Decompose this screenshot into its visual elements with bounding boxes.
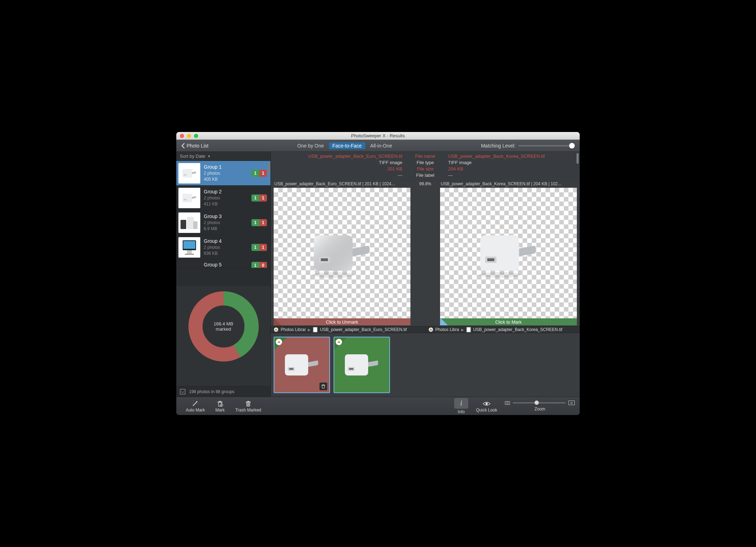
preview-row: USB_power_adapter_Back_Euro_SCREEN.tif |… — [271, 181, 580, 326]
svg-rect-1 — [182, 169, 192, 177]
left-preview[interactable]: Click to Unmark — [274, 188, 410, 325]
tab-all-in-one[interactable]: All-in-One — [366, 142, 396, 150]
svg-rect-15 — [180, 389, 185, 394]
group-row[interactable]: Group 42 photos936 KB11 — [176, 235, 270, 260]
breadcrumb-root: Photos Librar — [281, 327, 306, 332]
auto-mark-button[interactable]: Auto Mark — [181, 398, 209, 414]
keep-count-badge: 1 — [251, 170, 259, 177]
group-subtitle: 2 photos — [204, 245, 248, 250]
mark-button[interactable]: Mark — [209, 398, 231, 414]
matching-level-label: Matching Level: — [481, 143, 516, 149]
back-button[interactable]: Photo List — [181, 143, 208, 149]
photos-library-icon — [274, 327, 279, 332]
svg-point-52 — [486, 402, 488, 404]
group-size: 936 KB — [204, 251, 248, 256]
svg-point-30 — [276, 329, 278, 331]
info-button[interactable]: i — [454, 398, 468, 409]
group-thumbnail — [178, 163, 200, 184]
window-title: PhotoSweeper X - Results — [176, 133, 580, 138]
thumbnail-kept[interactable] — [334, 337, 390, 393]
zoom-in-icon[interactable] — [568, 401, 575, 405]
mark-count-badge: 1 — [259, 244, 267, 251]
group-row[interactable]: Group 22 photos411 KB11 — [176, 186, 270, 210]
keep-count-badge: 1 — [251, 262, 259, 268]
svg-point-38 — [278, 342, 279, 343]
mark-bar[interactable]: Click to Mark — [440, 318, 577, 325]
svg-point-29 — [275, 329, 276, 331]
file-metadata: USB_power_adapter_Back_Euro_SCREEN.tifTI… — [271, 152, 580, 181]
meta-right-value: 204 KB — [448, 166, 577, 172]
summary-panel: 166.4 MB marked — [176, 286, 270, 386]
scrollbar[interactable] — [268, 162, 270, 173]
svg-rect-41 — [285, 354, 308, 375]
group-row[interactable]: Group 510 — [176, 260, 270, 268]
group-title: Group 1 — [204, 164, 248, 170]
group-title: Group 5 — [204, 262, 248, 268]
svg-point-46 — [339, 342, 340, 343]
breadcrumb-file: USB_power_adapter_Back_Korea_SCREEN.tif — [473, 327, 562, 332]
svg-rect-7 — [187, 217, 194, 229]
zoom-control: Zoom — [505, 401, 575, 411]
app-window: PhotoSweeper X - Results Photo List One … — [176, 132, 580, 415]
meta-left-value: --- — [274, 172, 402, 179]
breadcrumb-right[interactable]: Photos Libra ▶ USB_power_adapter_Back_Ko… — [426, 327, 580, 332]
donut-caption: marked — [216, 326, 231, 332]
group-row[interactable]: Group 12 photos405 KB11 — [176, 161, 270, 186]
photos-badge-icon — [276, 339, 282, 345]
mark-count-badge: 1 — [259, 170, 267, 177]
chevron-right-icon: ▶ — [308, 328, 311, 332]
meta-label: File size — [406, 166, 445, 172]
quick-look-button[interactable]: Quick Look — [472, 398, 501, 414]
right-preview[interactable]: Click to Mark — [440, 188, 577, 325]
donut-value: 166.4 MB — [214, 321, 233, 326]
svg-rect-18 — [314, 235, 353, 271]
svg-rect-5 — [184, 199, 187, 200]
group-thumbnail — [178, 212, 200, 233]
donut-chart: 166.4 MB marked — [187, 289, 261, 363]
svg-rect-6 — [181, 220, 186, 229]
svg-rect-25 — [487, 258, 494, 261]
back-label: Photo List — [187, 143, 208, 149]
eye-icon — [483, 400, 490, 408]
mark-count-badge: 0 — [259, 262, 267, 268]
chevron-left-icon — [181, 143, 185, 149]
trash-marked-button[interactable]: Trash Marked — [231, 398, 266, 414]
wand-icon — [191, 400, 199, 408]
breadcrumb-root: Photos Libra — [435, 327, 459, 332]
left-caption: USB_power_adapter_Back_Euro_SCREEN.tif |… — [273, 181, 411, 187]
group-badges: 11 — [251, 244, 267, 251]
svg-rect-50 — [349, 368, 353, 370]
sort-dropdown[interactable]: Sort by Date ▼ — [176, 152, 270, 161]
photos-library-icon — [428, 327, 433, 332]
thumbnail-marked[interactable] — [274, 337, 330, 393]
matching-level-slider[interactable] — [518, 145, 575, 146]
tab-one-by-one[interactable]: One by One — [293, 142, 328, 150]
adapter-image — [473, 221, 544, 285]
titlebar: PhotoSweeper X - Results — [176, 132, 580, 140]
close-icon[interactable] — [180, 134, 184, 138]
trash-icon[interactable] — [319, 383, 327, 390]
group-thumbnail — [178, 188, 200, 208]
tab-face-to-face[interactable]: Face-to-Face — [329, 142, 365, 149]
minimize-icon[interactable] — [187, 134, 191, 138]
mark-count-badge: 1 — [259, 219, 267, 226]
group-subtitle: 2 photos — [204, 195, 248, 201]
toolbar: Photo List One by One Face-to-Face All-i… — [176, 140, 580, 152]
meta-left-value: TIFF image — [274, 160, 402, 166]
group-subtitle: 2 photos — [204, 170, 248, 176]
zoom-out-icon[interactable] — [505, 401, 510, 405]
meta-left-value: 201 KB — [274, 166, 402, 172]
group-list[interactable]: Group 12 photos405 KB11Group 22 photos41… — [176, 161, 270, 286]
group-size: 411 KB — [204, 201, 248, 207]
unmark-bar[interactable]: Click to Unmark — [274, 318, 410, 325]
svg-point-21 — [312, 272, 354, 278]
group-thumbnail — [178, 237, 200, 258]
group-row[interactable]: Group 32 photos6.9 MB11 — [176, 210, 270, 235]
maximize-icon[interactable] — [194, 134, 198, 138]
collapse-icon[interactable] — [180, 389, 185, 395]
zoom-slider[interactable] — [513, 402, 566, 403]
scrollbar[interactable] — [577, 153, 579, 164]
group-title: Group 3 — [204, 214, 248, 219]
svg-rect-23 — [480, 235, 519, 271]
breadcrumb-left[interactable]: Photos Librar ▶ USB_power_adapter_Back_E… — [271, 327, 426, 332]
